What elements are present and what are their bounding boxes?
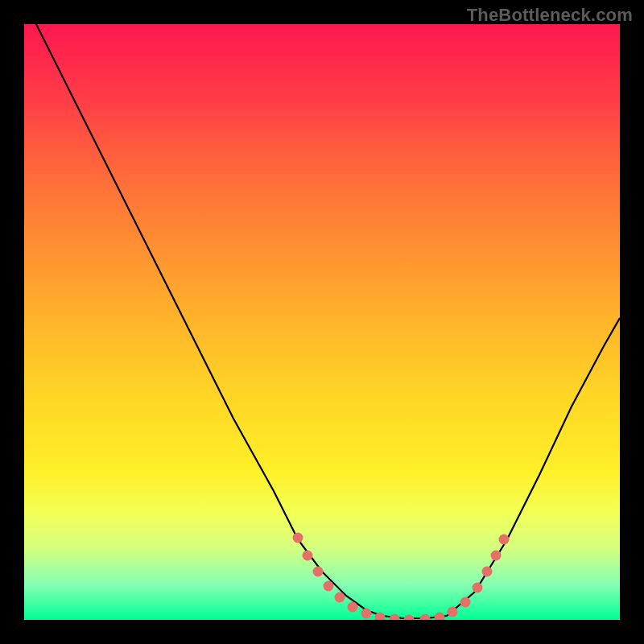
data-dot [348, 602, 358, 613]
data-dot [390, 614, 400, 621]
chart-frame: TheBottleneck.com [0, 0, 644, 644]
data-dot [420, 614, 431, 621]
bottleneck-curve [36, 24, 620, 618]
data-dot [404, 615, 415, 621]
data-dot [482, 567, 493, 577]
data-dot [499, 535, 510, 545]
data-dot [313, 567, 324, 577]
plot-area [24, 24, 620, 620]
data-dot [473, 583, 483, 593]
curve-svg [24, 24, 620, 620]
data-dot [491, 551, 502, 561]
data-dot [361, 609, 372, 619]
data-dot [460, 597, 471, 608]
data-dot [448, 607, 458, 617]
data-dot [435, 613, 445, 621]
data-dot [293, 533, 303, 543]
data-dot [303, 551, 313, 561]
data-dot [324, 581, 334, 592]
data-dot [335, 592, 345, 603]
watermark-text: TheBottleneck.com [467, 5, 633, 26]
trough-dots [293, 533, 510, 621]
